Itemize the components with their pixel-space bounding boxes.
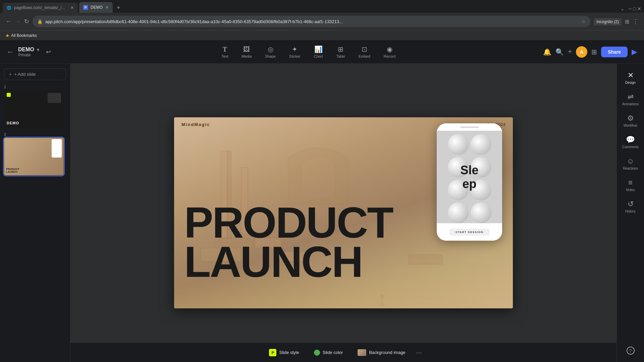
- browser-chrome: 🌐 pageflows.com/_/emails/_/7fb5... ✕ P D…: [0, 0, 644, 40]
- slide-color-label: Slide color: [323, 350, 343, 355]
- new-tab-button[interactable]: +: [114, 4, 123, 13]
- tab-bar: 🌐 pageflows.com/_/emails/_/7fb5... ✕ P D…: [0, 0, 644, 13]
- bg-label: Background image: [369, 350, 405, 355]
- workflow-label: Workflow: [624, 124, 637, 127]
- tab2-close-icon[interactable]: ✕: [105, 5, 109, 10]
- notifications-button[interactable]: 🔔: [543, 48, 551, 56]
- maximize-icon[interactable]: □: [633, 6, 636, 11]
- right-panel: ✕ Design ⇌ Animations ⚙ Workflow 💬 Comme…: [616, 64, 644, 362]
- record-tool-button[interactable]: ◉ Record: [378, 43, 401, 61]
- slide-style-item[interactable]: P Slide style: [265, 347, 303, 358]
- tab2-label: DEMO: [91, 5, 103, 10]
- bottom-bar: P Slide style Slide color Background ima…: [70, 343, 616, 362]
- bookmarks-bar: ★ All Bookmarks: [0, 30, 644, 40]
- slide-style-dot: P: [269, 349, 276, 356]
- forward-button[interactable]: →: [15, 18, 21, 25]
- bookmarks-icon: ★: [5, 33, 10, 38]
- tab-favicon: 🌐: [7, 6, 11, 10]
- grid-view-button[interactable]: ⊞: [591, 48, 597, 56]
- add-slide-label: + Add slide: [14, 72, 36, 77]
- reactions-panel-button[interactable]: ☺ Reactions: [618, 154, 643, 174]
- embed-icon: ⊡: [362, 45, 367, 53]
- tab-close-icon[interactable]: ✕: [70, 5, 74, 10]
- back-to-projects-button[interactable]: ←: [7, 48, 14, 56]
- workflow-icon: ⚙: [627, 114, 634, 123]
- slide-color-item[interactable]: Slide color: [310, 348, 347, 358]
- present-button[interactable]: ▶: [632, 48, 637, 56]
- undo-button[interactable]: ↩: [46, 48, 51, 56]
- text-tool-button[interactable]: T Text: [215, 43, 234, 61]
- record-label: Record: [384, 54, 395, 58]
- animations-panel-button[interactable]: ⇌ Animations: [618, 89, 643, 109]
- tab-list-icon[interactable]: ⌄: [621, 6, 625, 11]
- phone-notch: [437, 123, 502, 131]
- avatar[interactable]: A: [576, 46, 587, 58]
- profile-button[interactable]: Incognito (2): [594, 19, 622, 24]
- menu-button[interactable]: ⋮: [633, 18, 639, 25]
- embed-tool-button[interactable]: ⊡ Embed: [353, 43, 376, 61]
- slide-1-preview: DEMO: [4, 90, 64, 128]
- history-icon: ↺: [628, 200, 634, 208]
- tab-inactive[interactable]: 🌐 pageflows.com/_/emails/_/7fb5... ✕: [3, 3, 78, 13]
- tab2-favicon: P: [83, 5, 88, 10]
- help-button[interactable]: ?: [618, 343, 643, 358]
- table-label: Table: [336, 54, 345, 58]
- app-container: ← DEMO ▾ Private ↩ T Text 🖼 Media: [0, 40, 644, 362]
- slide-2-item[interactable]: 2 PRODUCTLAUNCH: [4, 132, 66, 175]
- star-icon[interactable]: ☆: [581, 19, 586, 24]
- design-label: Design: [625, 81, 636, 84]
- share-label: Share: [608, 49, 621, 55]
- dropdown-icon[interactable]: ▾: [37, 47, 39, 52]
- start-session-button[interactable]: START SESSION: [449, 229, 489, 236]
- toolbar: ← DEMO ▾ Private ↩ T Text 🖼 Media: [0, 40, 644, 64]
- reactions-label: Reactions: [623, 167, 638, 170]
- bookmarks-label: All Bookmarks: [11, 33, 37, 38]
- slide-canvas[interactable]: MindMagic July 2024 PRODUCT LAUNCH: [174, 117, 513, 308]
- background-image-item[interactable]: Background image: [354, 347, 409, 358]
- comments-icon: 💬: [626, 135, 635, 144]
- animations-icon: ⇌: [628, 93, 634, 101]
- slides-sidebar: + + Add slide 1 DEMO 2: [0, 64, 70, 362]
- title-line2: LAUNCH: [184, 242, 393, 282]
- chart-tool-button[interactable]: 📊 Chart: [308, 43, 329, 61]
- comments-label: Comments: [622, 145, 638, 149]
- more-options-button[interactable]: ···: [416, 349, 422, 356]
- history-label: History: [625, 209, 636, 213]
- media-tool-button[interactable]: 🖼 Media: [235, 43, 258, 61]
- close-browser-icon[interactable]: ✕: [637, 6, 641, 11]
- animations-label: Animations: [622, 102, 639, 106]
- incognito-label: Incognito (2): [594, 18, 622, 25]
- design-panel-button[interactable]: ✕ Design: [618, 68, 643, 88]
- sticker-tool-button[interactable]: ✦ Sticker: [283, 43, 307, 61]
- notes-label: Notes: [626, 188, 635, 192]
- chart-icon: 📊: [314, 45, 323, 53]
- shape-tool-button[interactable]: ◎ Shape: [259, 43, 282, 61]
- reload-button[interactable]: ↻: [24, 18, 29, 25]
- plus-button[interactable]: +: [568, 48, 572, 56]
- slide-1-number: 1: [4, 85, 66, 89]
- back-button[interactable]: ←: [5, 18, 11, 25]
- share-button[interactable]: Share: [601, 47, 628, 57]
- slide-1-item[interactable]: 1 DEMO: [4, 85, 66, 128]
- minimize-icon[interactable]: ─: [629, 6, 632, 11]
- phone-sleep-text: Sleep: [460, 163, 478, 191]
- workflow-panel-button[interactable]: ⚙ Workflow: [618, 111, 643, 131]
- notes-panel-button[interactable]: ≡ Notes: [618, 175, 643, 195]
- slide-brand: MindMagic: [181, 122, 210, 127]
- url-bar[interactable]: 🔒 app.pitch.com/app/presentation/b86dbc6…: [33, 16, 590, 27]
- lock-icon: 🔒: [37, 19, 43, 24]
- help-icon: ?: [627, 347, 635, 355]
- project-name: DEMO: [18, 47, 34, 53]
- tab-label: pageflows.com/_/emails/_/7fb5...: [14, 5, 68, 10]
- extensions-button[interactable]: ⊞: [625, 18, 629, 25]
- bg-thumbnail: [358, 349, 366, 356]
- table-tool-button[interactable]: ⊞ Table: [330, 43, 351, 61]
- search-button[interactable]: 🔍: [555, 48, 564, 56]
- media-icon: 🖼: [243, 46, 250, 53]
- comments-panel-button[interactable]: 💬 Comments: [618, 132, 643, 152]
- tab-active[interactable]: P DEMO ✕: [79, 2, 113, 13]
- address-bar: ← → ↻ 🔒 app.pitch.com/app/presentation/b…: [0, 13, 644, 30]
- history-panel-button[interactable]: ↺ History: [618, 196, 643, 217]
- slide-title: PRODUCT LAUNCH: [184, 203, 393, 282]
- add-slide-button[interactable]: + + Add slide: [4, 68, 66, 80]
